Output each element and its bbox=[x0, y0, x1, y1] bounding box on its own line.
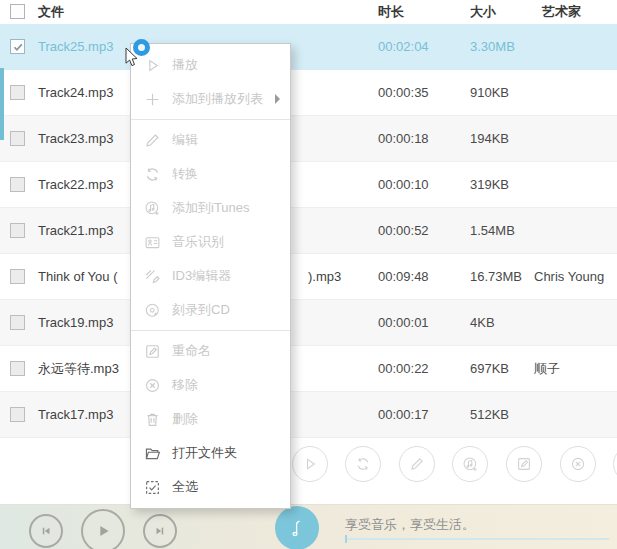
row-checkbox[interactable] bbox=[10, 269, 25, 284]
toolbar-edit-button[interactable] bbox=[399, 446, 435, 482]
column-header-artist: 艺术家 bbox=[542, 0, 581, 24]
file-duration: 00:00:01 bbox=[378, 300, 429, 345]
toolbar-remove-button[interactable] bbox=[560, 446, 596, 482]
file-name: Track19.mp3 bbox=[38, 300, 113, 345]
column-header-size: 大小 bbox=[470, 0, 496, 24]
row-checkbox[interactable] bbox=[10, 223, 25, 238]
file-size: 4KB bbox=[470, 300, 495, 345]
id3-editor-icon bbox=[144, 268, 161, 285]
toolbar-rename-button[interactable] bbox=[506, 446, 542, 482]
action-toolbar bbox=[0, 438, 617, 504]
check-icon bbox=[12, 41, 24, 53]
toolbar-partial-button[interactable] bbox=[613, 446, 617, 482]
menu-item-edit: 编辑 bbox=[131, 123, 290, 157]
file-size: 910KB bbox=[470, 70, 509, 115]
table-row[interactable]: Track17.mp3 00:00:17 512KB bbox=[0, 392, 617, 438]
table-row[interactable]: Track25.mp3 00:02:04 3.30MB bbox=[0, 24, 617, 70]
file-name: Track24.mp3 bbox=[38, 70, 113, 115]
convert-icon bbox=[355, 456, 371, 472]
row-checkbox[interactable] bbox=[10, 131, 25, 146]
row-checkbox[interactable] bbox=[10, 177, 25, 192]
file-name-fragment: ).mp3 bbox=[308, 254, 341, 299]
menu-item-add-to-playlist: 添加到播放列表 bbox=[131, 82, 290, 116]
add-to-playlist-icon bbox=[144, 91, 161, 108]
file-size: 319KB bbox=[470, 162, 509, 207]
file-name: 永远等待.mp3 bbox=[38, 346, 119, 391]
remove-icon bbox=[144, 377, 161, 394]
toolbar-play-button[interactable] bbox=[292, 446, 328, 482]
file-size: 3.30MB bbox=[470, 24, 515, 69]
player-bar: 享受音乐，享受生活。 bbox=[0, 504, 617, 549]
file-duration: 00:00:35 bbox=[378, 70, 429, 115]
row-checkbox[interactable] bbox=[10, 361, 25, 376]
open-folder-icon bbox=[144, 445, 161, 462]
table-row[interactable]: Track19.mp3 00:00:01 4KB bbox=[0, 300, 617, 346]
row-checkbox[interactable] bbox=[10, 39, 25, 54]
previous-icon bbox=[39, 524, 53, 538]
now-playing-badge[interactable] bbox=[275, 506, 319, 549]
menu-item-open-folder[interactable]: 打开文件夹 bbox=[131, 436, 290, 470]
file-size: 1.54MB bbox=[470, 208, 515, 253]
play-icon bbox=[144, 57, 161, 74]
select-all-icon bbox=[144, 479, 161, 496]
file-size: 194KB bbox=[470, 116, 509, 161]
play-icon bbox=[302, 456, 318, 472]
file-name: Track23.mp3 bbox=[38, 116, 113, 161]
select-all-checkbox[interactable] bbox=[10, 4, 25, 19]
table-row[interactable]: Think of You ( ).mp3 00:09:48 16.73MB Ch… bbox=[0, 254, 617, 300]
remove-icon bbox=[570, 456, 586, 472]
table-row[interactable]: Track21.mp3 00:00:52 1.54MB bbox=[0, 208, 617, 254]
menu-separator bbox=[131, 330, 290, 331]
menu-item-remove: 移除 bbox=[131, 368, 290, 402]
file-duration: 00:00:22 bbox=[378, 346, 429, 391]
file-duration: 00:00:10 bbox=[378, 162, 429, 207]
column-header-file: 文件 bbox=[38, 0, 64, 24]
file-artist: Chris Young bbox=[534, 254, 604, 299]
file-name: Track25.mp3 bbox=[38, 24, 113, 69]
music-manager-window: 文件 时长 大小 艺术家 Track25.mp3 00:02:04 3.30MB… bbox=[0, 0, 617, 549]
submenu-arrow-icon bbox=[275, 94, 280, 104]
music-recognition-icon bbox=[144, 234, 161, 251]
list-header: 文件 时长 大小 艺术家 bbox=[0, 0, 617, 24]
edit-icon bbox=[144, 132, 161, 149]
file-name: Track21.mp3 bbox=[38, 208, 113, 253]
next-button[interactable] bbox=[143, 514, 177, 548]
column-header-duration: 时长 bbox=[378, 0, 404, 24]
left-pane-highlight bbox=[0, 68, 4, 140]
table-row[interactable]: 永远等待.mp3 00:00:22 697KB 顺子 bbox=[0, 346, 617, 392]
menu-item-delete: 删除 bbox=[131, 402, 290, 436]
file-name: Track17.mp3 bbox=[38, 392, 113, 437]
previous-button[interactable] bbox=[29, 514, 63, 548]
rename-icon bbox=[516, 456, 532, 472]
progress-bar[interactable] bbox=[347, 538, 609, 540]
row-checkbox[interactable] bbox=[10, 407, 25, 422]
menu-separator bbox=[131, 119, 290, 120]
context-menu: 播放 添加到播放列表 编辑 转换 添加到iTunes 音乐识别 ID3编辑器 bbox=[130, 43, 291, 509]
table-row[interactable]: Track23.mp3 00:00:18 194KB bbox=[0, 116, 617, 162]
rename-icon bbox=[144, 343, 161, 360]
toolbar-convert-button[interactable] bbox=[345, 446, 381, 482]
menu-item-rename: 重命名 bbox=[131, 334, 290, 368]
file-name: Think of You ( bbox=[38, 254, 118, 299]
table-row[interactable]: Track22.mp3 00:00:10 319KB bbox=[0, 162, 617, 208]
add-to-itunes-icon bbox=[462, 456, 479, 473]
file-list: Track25.mp3 00:02:04 3.30MB Track24.mp3 … bbox=[0, 24, 617, 438]
table-row[interactable]: Track24.mp3 00:00:35 910KB bbox=[0, 70, 617, 116]
row-checkbox[interactable] bbox=[10, 85, 25, 100]
busy-indicator-icon bbox=[133, 39, 150, 56]
file-duration: 00:00:17 bbox=[378, 392, 429, 437]
toolbar-add-to-itunes-button[interactable] bbox=[452, 446, 488, 482]
menu-item-convert: 转换 bbox=[131, 157, 290, 191]
player-play-button[interactable] bbox=[81, 509, 125, 549]
file-duration: 00:09:48 bbox=[378, 254, 429, 299]
file-size: 16.73MB bbox=[470, 254, 522, 299]
row-checkbox[interactable] bbox=[10, 315, 25, 330]
slogan-text: 享受音乐，享受生活。 bbox=[345, 516, 475, 534]
delete-icon bbox=[144, 411, 161, 428]
menu-item-select-all[interactable]: 全选 bbox=[131, 470, 290, 504]
file-duration: 00:00:18 bbox=[378, 116, 429, 161]
file-size: 512KB bbox=[470, 392, 509, 437]
play-icon bbox=[94, 522, 112, 540]
file-size: 697KB bbox=[470, 346, 509, 391]
edit-icon bbox=[409, 456, 425, 472]
